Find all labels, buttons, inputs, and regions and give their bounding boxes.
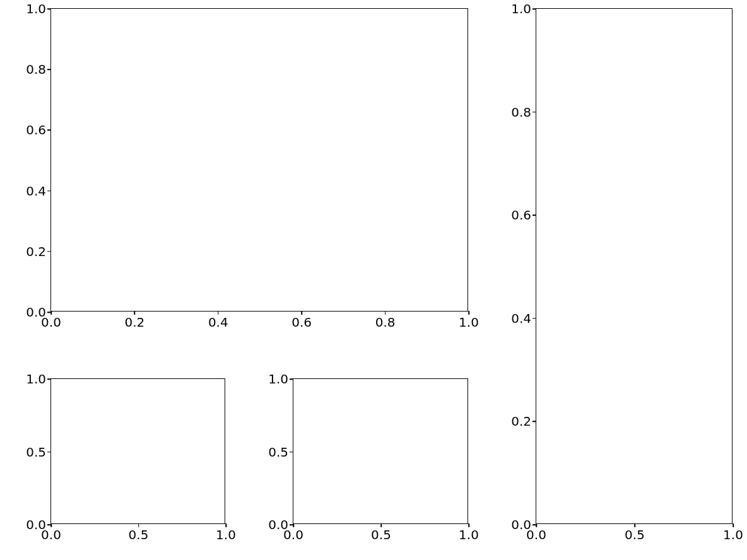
figure: 0.00.20.40.60.81.00.00.20.40.60.81.00.00…: [0, 0, 747, 560]
y-tick-mark: [47, 524, 51, 525]
y-tick-mark: [532, 318, 536, 319]
y-tick-mark: [47, 378, 51, 380]
y-tick-mark: [532, 421, 536, 423]
y-tick-mark: [47, 130, 51, 131]
y-tick-mark: [532, 112, 536, 113]
y-tick-label: 0.6: [26, 122, 46, 137]
y-tick-label: 0.0: [511, 517, 531, 532]
y-tick-label: 0.4: [511, 311, 531, 326]
x-tick-label: 1.0: [459, 527, 479, 542]
axes-ax2: 0.00.51.00.00.20.40.60.81.0: [536, 8, 732, 524]
y-tick-label: 0.4: [26, 184, 46, 199]
y-tick-mark: [47, 8, 51, 9]
y-tick-mark: [47, 190, 51, 192]
x-tick-label: 0.8: [375, 315, 396, 330]
axes-ax1: 0.00.20.40.60.81.00.00.20.40.60.81.0: [50, 8, 468, 312]
y-tick-label: 0.5: [268, 445, 288, 460]
y-tick-label: 0.0: [26, 517, 46, 532]
y-tick-mark: [532, 524, 536, 525]
y-tick-label: 0.6: [511, 207, 531, 223]
y-tick-mark: [290, 452, 293, 453]
y-tick-mark: [290, 378, 293, 380]
y-tick-label: 1.0: [511, 1, 531, 16]
y-tick-label: 0.0: [26, 305, 46, 320]
y-tick-mark: [47, 251, 51, 252]
y-tick-mark: [47, 69, 51, 70]
x-tick-label: 1.0: [459, 315, 479, 330]
y-tick-label: 1.0: [26, 1, 46, 16]
x-tick-label: 0.6: [291, 315, 312, 330]
x-tick-label: 0.5: [625, 527, 645, 542]
y-tick-label: 0.2: [26, 244, 46, 259]
y-tick-mark: [290, 524, 293, 525]
y-tick-mark: [532, 214, 536, 216]
y-tick-mark: [532, 8, 536, 9]
y-tick-mark: [47, 452, 51, 453]
axes-ax4: 0.00.51.00.00.51.0: [293, 378, 468, 524]
y-tick-label: 0.0: [268, 517, 288, 532]
x-tick-label: 1.0: [723, 527, 743, 542]
x-tick-label: 0.5: [371, 527, 391, 542]
y-tick-mark: [47, 312, 51, 313]
x-tick-label: 1.0: [216, 527, 236, 542]
y-tick-label: 0.5: [26, 445, 46, 460]
y-tick-label: 0.8: [26, 62, 46, 77]
x-tick-label: 0.4: [208, 315, 228, 330]
axes-ax3: 0.00.51.00.00.51.0: [50, 378, 225, 524]
y-tick-label: 1.0: [268, 371, 288, 387]
x-tick-label: 0.2: [124, 315, 144, 330]
y-tick-label: 1.0: [26, 371, 46, 387]
y-tick-label: 0.8: [511, 105, 531, 120]
y-tick-label: 0.2: [511, 414, 531, 429]
x-tick-label: 0.5: [129, 527, 149, 542]
